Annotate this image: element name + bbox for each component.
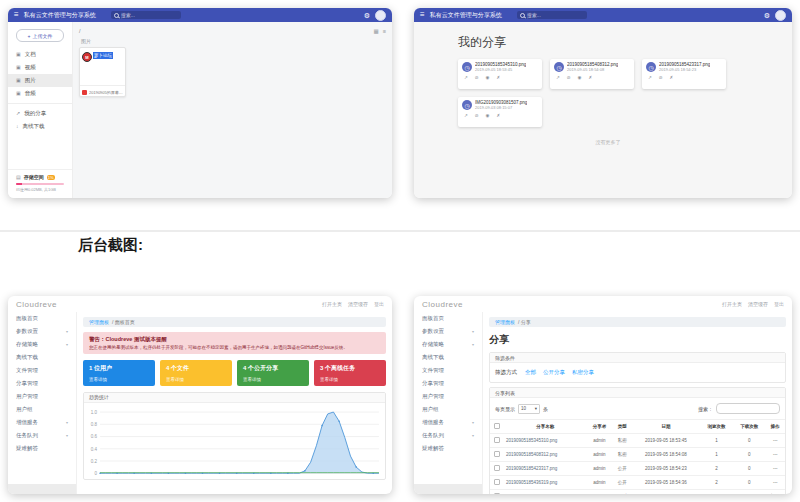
select-all-checkbox[interactable]	[494, 493, 500, 494]
sidebar-item-videos[interactable]: ▣ 视频	[8, 61, 72, 74]
logout-link[interactable]: 登出	[774, 301, 784, 307]
breadcrumb-link[interactable]: 管理面板	[495, 319, 515, 325]
stat-card-shares[interactable]: 4 个公开分享 查看详情	[237, 360, 309, 386]
avatar[interactable]	[775, 10, 786, 21]
sidebar-item-audio[interactable]: ▣ 音频	[8, 87, 72, 100]
menu-icon[interactable]: ≡	[420, 11, 425, 19]
search-placeholder: 搜索...	[527, 12, 541, 18]
upload-button[interactable]: + 上传文件	[16, 29, 64, 42]
lock-icon[interactable]: ⊘	[475, 114, 479, 119]
filter-option-public[interactable]: 公开分享	[543, 369, 565, 376]
search-input[interactable]: 搜索...	[111, 11, 181, 19]
per-page-select[interactable]: 10 ▾	[518, 404, 540, 414]
sidebar-item-tasks[interactable]: 任务队列▾	[8, 429, 76, 442]
logout-link[interactable]: 登出	[374, 301, 384, 307]
open-link-icon[interactable]: ↗	[556, 76, 560, 81]
lock-icon[interactable]: ⊘	[475, 76, 479, 81]
sidebar-item-vas[interactable]: 增值服务▾	[414, 416, 482, 429]
alert-title: 警告：Cloudreve 测试版本提醒	[89, 336, 380, 343]
cloudreve-logo[interactable]: Cloudreve	[422, 300, 463, 309]
share-card[interactable]: ◷ 20190905185408312.png 2019-09-05 18:54…	[550, 59, 634, 89]
delete-icon[interactable]: ✗	[670, 76, 674, 81]
open-link-icon[interactable]: ↗	[648, 76, 652, 81]
sidebar-item-shares[interactable]: 分享管理	[8, 377, 76, 390]
sidebar-item-docs[interactable]: ▣ 文档	[8, 48, 72, 61]
avatar[interactable]	[375, 10, 386, 21]
sidebar-item-settings[interactable]: 参数设置▾	[8, 325, 76, 338]
sidebar-item-users[interactable]: 用户管理	[414, 390, 482, 403]
eye-icon[interactable]: ◉	[486, 76, 490, 81]
open-link-icon[interactable]: ↗	[464, 114, 468, 119]
sidebar-item-vas[interactable]: 增值服务▾	[8, 416, 76, 429]
sidebar-item-files[interactable]: 文件管理	[414, 364, 482, 377]
sidebar-item-groups[interactable]: 用户组	[414, 403, 482, 416]
row-checkbox[interactable]	[494, 451, 500, 457]
breadcrumb[interactable]: /	[79, 28, 81, 34]
stat-card-offline-tasks[interactable]: 3 个离线任务 查看详情	[314, 360, 386, 386]
row-checkbox[interactable]	[494, 479, 500, 485]
lock-icon[interactable]: ⊘	[659, 76, 663, 81]
stat-card-files[interactable]: 4 个文件 查看详情	[160, 360, 232, 386]
file-card[interactable]: M 萝卜论坛 20190905的屏幕截图.png	[79, 47, 126, 97]
sidebar-item-my-shares[interactable]: ↗ 我的分享	[8, 107, 72, 120]
lock-icon[interactable]: ⊘	[567, 76, 571, 81]
table-row[interactable]: 20190905185345310.png admin 私密 2019-09-0…	[490, 434, 785, 448]
row-checkbox[interactable]	[494, 465, 500, 471]
sidebar-item-tasks[interactable]: 任务队列▾	[414, 429, 482, 442]
table-row[interactable]: 20190905185423317.png admin 公开 2019-09-0…	[490, 462, 785, 476]
filter-option-all[interactable]: 全部	[525, 369, 536, 376]
select-all-checkbox[interactable]	[494, 423, 500, 429]
sidebar-item-storage-policy[interactable]: 存储策略▾	[414, 338, 482, 351]
delete-icon[interactable]: ✗	[589, 76, 593, 81]
cloudreve-logo[interactable]: Cloudreve	[16, 300, 57, 309]
delete-icon[interactable]: ✗	[497, 76, 501, 81]
sidebar-item-troubleshoot[interactable]: 疑难解答	[414, 442, 482, 455]
table-search-input[interactable]	[716, 403, 780, 414]
list-view-icon[interactable]: ≡	[383, 28, 386, 34]
sidebar-item-users[interactable]: 用户管理	[8, 390, 76, 403]
eye-icon[interactable]: ◉	[486, 114, 490, 119]
admin-main: 管理面板 / 分享 分享 筛选条件 筛选方式 全部 公开分享 私密分享	[483, 312, 792, 494]
share-avatar: ◷	[462, 100, 472, 110]
category-label: 图片	[81, 38, 386, 44]
table-row[interactable]: 20190905185408312.png admin 私密 2019-09-0…	[490, 448, 785, 462]
sidebar-item-images[interactable]: ▣ 图片	[8, 74, 72, 87]
sidebar-item-settings[interactable]: 参数设置▾	[414, 325, 482, 338]
sidebar-item-dashboard[interactable]: 面板首页	[414, 312, 482, 325]
share-avatar: ◷	[554, 62, 564, 72]
sidebar-item-offline-download[interactable]: 离线下载	[8, 351, 76, 364]
row-checkbox[interactable]	[494, 437, 500, 443]
sidebar-item-offline-download[interactable]: 离线下载	[414, 351, 482, 364]
breadcrumb-link[interactable]: 管理面板	[89, 319, 109, 325]
sidebar-item-troubleshoot[interactable]: 疑难解答	[8, 442, 76, 455]
sidebar-item-storage-policy[interactable]: 存储策略▾	[8, 338, 76, 351]
table-footer-row: 分享名称 分享者 类型 日期 浏览次数 下载次数 操作	[490, 490, 785, 495]
grid-view-icon[interactable]: ▦	[374, 28, 379, 34]
sidebar-item-shares[interactable]: 分享管理	[414, 377, 482, 390]
table-row[interactable]: 20190905185436319.png admin 公开 2019-09-0…	[490, 476, 785, 490]
sidebar-item-offline-download[interactable]: ↓ 离线下载	[8, 120, 72, 133]
sidebar-item-groups[interactable]: 用户组	[8, 403, 76, 416]
search-input[interactable]: 搜索...	[517, 11, 587, 19]
delete-icon[interactable]: ✗	[497, 114, 501, 119]
stat-card-users[interactable]: 1 位用户 查看详情	[83, 360, 155, 386]
filter-option-private[interactable]: 私密分享	[572, 369, 594, 376]
settings-gear-icon[interactable]: ⚙	[364, 12, 370, 19]
settings-gear-icon[interactable]: ⚙	[764, 12, 770, 19]
open-homepage-link[interactable]: 打开主页	[722, 301, 742, 307]
clear-cache-link[interactable]: 清空缓存	[348, 301, 368, 307]
share-card[interactable]: ◷ IMG20190903081507.png 2019-09-03 08:15…	[458, 97, 542, 127]
menu-icon[interactable]: ≡	[14, 11, 19, 19]
open-homepage-link[interactable]: 打开主页	[322, 301, 342, 307]
share-card[interactable]: ◷ 20190905185345310.png 2019-09-05 18:53…	[458, 59, 542, 89]
open-link-icon[interactable]: ↗	[464, 76, 468, 81]
sidebar-active-indicator	[414, 484, 482, 494]
clear-cache-link[interactable]: 清空缓存	[748, 301, 768, 307]
sidebar-item-files[interactable]: 文件管理	[8, 364, 76, 377]
sidebar-item-dashboard[interactable]: 面板首页	[8, 312, 76, 325]
share-card[interactable]: ◷ 20190905185423317.png 2019-09-05 18:54…	[642, 59, 726, 89]
sidebar-item-label: 文档	[25, 51, 36, 58]
share-date: 2019-09-05 18:53:45	[475, 67, 526, 72]
eye-icon[interactable]: ◉	[578, 76, 582, 81]
chevron-down-icon: ▾	[472, 433, 474, 438]
